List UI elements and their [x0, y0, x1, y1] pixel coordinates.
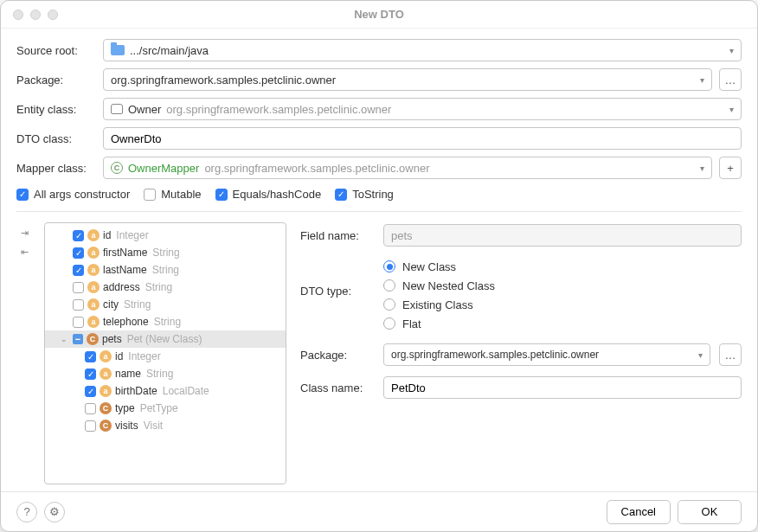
collapse-node-icon[interactable]: − — [73, 334, 83, 344]
detail-panel: Field name: pets DTO type: New ClassNew … — [297, 222, 742, 484]
chevron-down-icon[interactable]: ⌄ — [59, 335, 69, 343]
package-browse-button[interactable]: … — [719, 68, 742, 91]
field-type: Integer — [116, 229, 148, 241]
class-icon: C — [111, 162, 123, 174]
folder-icon — [111, 45, 125, 55]
field-type: Pet (New Class) — [127, 333, 202, 345]
source-root-value: .../src/main/java — [130, 44, 209, 57]
checkbox-icon[interactable]: ✓ — [73, 265, 84, 276]
tree-node-id[interactable]: ✓aidInteger — [45, 227, 286, 244]
field-type: String — [152, 264, 179, 276]
all-args-checkbox[interactable]: ✓ All args constructor — [16, 188, 130, 201]
detail-package-browse-button[interactable]: … — [719, 343, 742, 366]
checkbox-icon[interactable] — [73, 299, 84, 311]
field-type-icon: a — [87, 316, 100, 328]
row-dto-type: DTO type: New ClassNew Nested ClassExist… — [300, 257, 742, 333]
mutable-checkbox[interactable]: Mutable — [144, 188, 201, 201]
dto-type-radio[interactable]: Existing Class — [383, 295, 495, 314]
field-type-icon: a — [100, 368, 112, 380]
tree-node-firstName[interactable]: ✓afirstNameString — [45, 244, 286, 261]
field-type: String — [154, 316, 181, 328]
field-type-icon: a — [87, 298, 100, 311]
dto-class-input[interactable] — [103, 127, 742, 150]
ellipsis-icon: … — [725, 349, 736, 362]
field-type-icon: a — [100, 385, 112, 397]
tree-node-visits[interactable]: CvisitsVisit — [45, 417, 286, 434]
detail-package-combo[interactable]: org.springframework.samples.petclinic.ow… — [383, 343, 710, 366]
checkbox-icon[interactable]: ✓ — [85, 369, 96, 380]
field-name: id — [103, 229, 111, 241]
ok-button[interactable]: OK — [678, 500, 742, 524]
field-type: String — [124, 298, 151, 311]
class-name-field[interactable] — [391, 377, 734, 398]
dto-type-radio[interactable]: New Nested Class — [383, 276, 495, 295]
checkbox-icon[interactable]: ✓ — [85, 386, 96, 397]
field-name: firstName — [103, 247, 147, 259]
radio-icon — [383, 260, 395, 272]
entity-class-combo[interactable]: Owner org.springframework.samples.petcli… — [103, 98, 742, 120]
dto-type-radio[interactable]: New Class — [383, 257, 495, 276]
expand-all-button[interactable]: ⇥ — [16, 226, 32, 240]
settings-button[interactable]: ⚙ — [44, 502, 65, 522]
equals-hash-checkbox[interactable]: ✓ Equals/hashCode — [215, 188, 322, 201]
cancel-button[interactable]: Cancel — [607, 500, 671, 524]
checkbox-icon[interactable]: ✓ — [85, 351, 96, 362]
field-name: lastName — [103, 264, 147, 276]
source-root-combo[interactable]: .../src/main/java ▾ — [103, 39, 742, 61]
checkbox-icon[interactable]: ✓ — [73, 230, 84, 241]
collapse-all-button[interactable]: ⇤ — [16, 245, 32, 259]
tostring-checkbox[interactable]: ✓ ToString — [335, 188, 394, 201]
gear-icon: ⚙ — [49, 505, 60, 518]
chevron-down-icon: ▾ — [729, 105, 734, 114]
row-class-name: Class name: — [300, 376, 742, 399]
tree-node-type[interactable]: CtypePetType — [45, 400, 286, 417]
field-name: telephone — [103, 316, 149, 328]
row-detail-package: Package: org.springframework.samples.pet… — [300, 343, 742, 366]
tree-node-lastName[interactable]: ✓alastNameString — [45, 261, 286, 279]
checkbox-icon[interactable] — [73, 282, 84, 293]
fields-tree[interactable]: ✓aidInteger✓afirstNameString✓alastNameSt… — [44, 222, 286, 484]
tree-node-city[interactable]: acityString — [45, 296, 286, 313]
checkbox-icon[interactable]: ✓ — [73, 247, 84, 259]
tree-node-name[interactable]: ✓anameString — [45, 365, 286, 382]
field-name: pets — [102, 333, 122, 345]
options-row: ✓ All args constructor Mutable ✓ Equals/… — [16, 186, 742, 204]
tree-node-birthDate[interactable]: ✓abirthDateLocalDate — [45, 382, 286, 400]
mapper-class-combo[interactable]: C OwnerMapper org.springframework.sample… — [103, 157, 712, 179]
checkbox-icon[interactable] — [85, 403, 96, 414]
radio-label: New Nested Class — [402, 279, 495, 292]
label-detail-package: Package: — [300, 349, 375, 362]
dto-class-field[interactable] — [111, 128, 734, 149]
class-name-input[interactable] — [383, 376, 742, 399]
field-type-icon: a — [87, 247, 100, 259]
dialog-content: Source root: .../src/main/java ▾ Package… — [1, 29, 757, 491]
field-name: address — [103, 281, 140, 293]
tree-node-id[interactable]: ✓aidInteger — [45, 348, 286, 365]
checkbox-icon[interactable] — [85, 420, 96, 432]
row-source-root: Source root: .../src/main/java ▾ — [16, 39, 742, 61]
dto-type-radio[interactable]: Flat — [383, 314, 495, 333]
field-type-icon: C — [100, 402, 112, 414]
mapper-add-button[interactable]: + — [719, 157, 742, 179]
tree-node-address[interactable]: aaddressString — [45, 279, 286, 296]
package-combo[interactable]: org.springframework.samples.petclinic.ow… — [103, 68, 712, 91]
checkbox-icon[interactable] — [73, 317, 84, 328]
chevron-down-icon: ▾ — [729, 46, 734, 55]
label-class-name: Class name: — [300, 381, 375, 394]
checkbox-icon: ✓ — [16, 189, 29, 201]
radio-icon — [383, 317, 395, 330]
radio-label: Flat — [402, 317, 421, 330]
field-type-icon: a — [87, 264, 100, 276]
row-entity-class: Entity class: Owner org.springframework.… — [16, 98, 742, 120]
help-button[interactable]: ? — [16, 502, 37, 522]
checkbox-icon — [144, 189, 156, 201]
radio-label: Existing Class — [402, 298, 473, 311]
equals-hash-label: Equals/hashCode — [233, 188, 322, 201]
label-field-name: Field name: — [300, 229, 375, 242]
plus-icon: + — [727, 162, 734, 175]
label-dto-class: DTO class: — [16, 132, 96, 145]
field-type: Visit — [144, 420, 163, 432]
field-name: birthDate — [115, 385, 157, 397]
tree-node-telephone[interactable]: atelephoneString — [45, 313, 286, 330]
tree-node-pets[interactable]: ⌄−CpetsPet (New Class) — [45, 330, 286, 348]
